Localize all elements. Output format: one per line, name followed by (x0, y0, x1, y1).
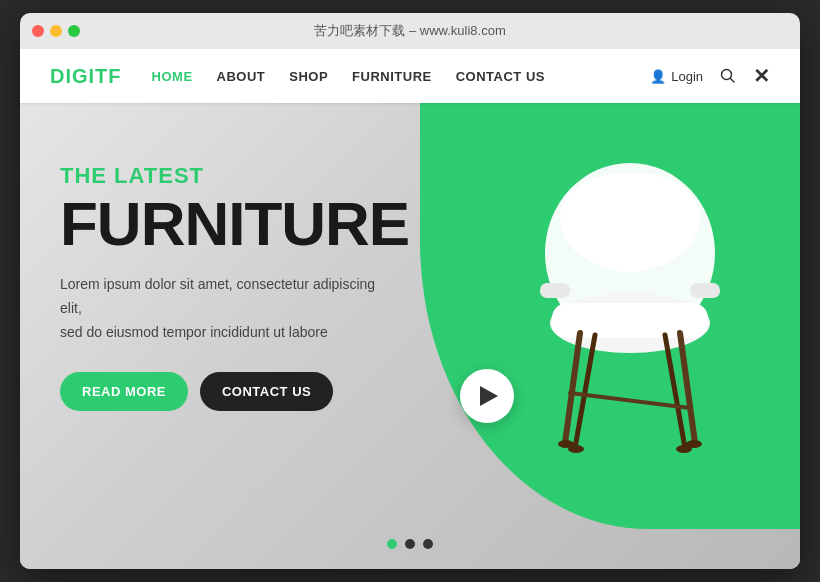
hero-desc-line2: sed do eiusmod tempor incididunt ut labo… (60, 324, 328, 340)
play-icon (480, 386, 498, 406)
nav-right-actions: 👤 Login ✕ (650, 64, 770, 88)
svg-point-14 (568, 445, 584, 453)
svg-point-15 (676, 445, 692, 453)
website-content: DIGITF HOME ABOUT SHOP FURNITURE CONTACT… (20, 49, 800, 569)
pagination-dot-1[interactable] (387, 539, 397, 549)
hero-content: THE LATEST FURNITURE Lorem ipsum dolor s… (60, 163, 480, 411)
login-label: Login (671, 69, 703, 84)
search-icon[interactable] (719, 67, 737, 85)
read-more-button[interactable]: READ MORE (60, 372, 188, 411)
browser-window: 苦力吧素材下载 – www.kuli8.com DIGITF HOME ABOU… (20, 13, 800, 569)
pagination-dot-2[interactable] (405, 539, 415, 549)
chair-image (520, 153, 740, 473)
svg-rect-4 (552, 303, 708, 338)
hero-subtitle: THE LATEST (60, 163, 480, 189)
close-icon[interactable]: ✕ (753, 64, 770, 88)
play-button[interactable] (460, 369, 514, 423)
hero-section: THE LATEST FURNITURE Lorem ipsum dolor s… (20, 103, 800, 523)
hero-desc-line1: Lorem ipsum dolor sit amet, consectetur … (60, 276, 375, 316)
nav-link-about[interactable]: ABOUT (217, 69, 266, 84)
pagination-dots (20, 523, 800, 569)
nav-link-furniture[interactable]: FURNITURE (352, 69, 432, 84)
svg-line-11 (570, 393, 690, 408)
contact-us-button[interactable]: CONTACT US (200, 372, 333, 411)
browser-title: 苦力吧素材下载 – www.kuli8.com (314, 22, 505, 40)
hero-title: FURNITURE (60, 193, 480, 255)
svg-rect-6 (690, 283, 720, 298)
nav-logo: DIGITF (50, 65, 122, 88)
nav-links: HOME ABOUT SHOP FURNITURE CONTACT US (152, 69, 651, 84)
nav-link-shop[interactable]: SHOP (289, 69, 328, 84)
hero-buttons: READ MORE CONTACT US (60, 372, 480, 411)
svg-rect-5 (540, 283, 570, 298)
close-dot[interactable] (32, 25, 44, 37)
login-button[interactable]: 👤 Login (650, 69, 703, 84)
browser-dots (32, 25, 80, 37)
pagination-dot-3[interactable] (423, 539, 433, 549)
chair-display-area (490, 123, 770, 503)
user-icon: 👤 (650, 69, 666, 84)
minimize-dot[interactable] (50, 25, 62, 37)
nav-link-contact[interactable]: CONTACT US (456, 69, 545, 84)
navbar: DIGITF HOME ABOUT SHOP FURNITURE CONTACT… (20, 49, 800, 103)
browser-titlebar: 苦力吧素材下载 – www.kuli8.com (20, 13, 800, 49)
maximize-dot[interactable] (68, 25, 80, 37)
svg-line-1 (731, 79, 735, 83)
nav-link-home[interactable]: HOME (152, 69, 193, 84)
hero-description: Lorem ipsum dolor sit amet, consectetur … (60, 273, 400, 344)
